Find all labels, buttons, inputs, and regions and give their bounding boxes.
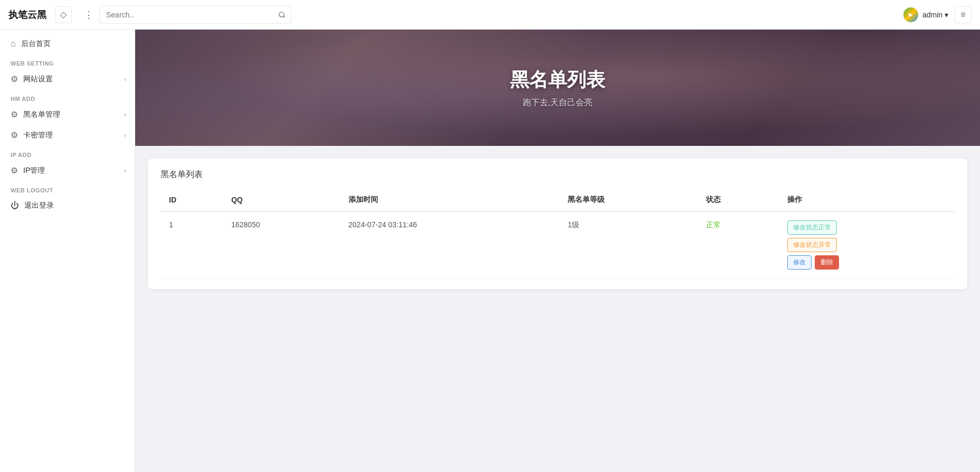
gear-icon-4: ⚙: [11, 165, 18, 175]
username-label: admin ▾: [922, 11, 948, 19]
banner-title: 黑名单列表: [510, 67, 605, 93]
search-button[interactable]: [272, 6, 291, 24]
sidebar-item-blacklist-manage[interactable]: ⚙ 黑名单管理 ‹: [0, 104, 135, 125]
btn-delete[interactable]: 删除: [815, 255, 839, 270]
table-card-title: 黑名单列表: [161, 169, 955, 180]
sidebar-item-home-label: 后台首页: [21, 39, 51, 49]
sidebar-item-cardkey-manage[interactable]: ⚙ 卡密管理 ‹: [0, 125, 135, 145]
chevron-right-icon-2: ‹: [124, 111, 126, 118]
topbar-right: ▶ admin ▾ ≡: [903, 6, 972, 23]
banner: 黑名单列表 跑下去,天自己会亮: [135, 30, 980, 146]
svg-point-0: [279, 12, 284, 16]
sidebar-item-cardkey-label: 卡密管理: [23, 131, 53, 140]
cell-level: 1级: [559, 211, 698, 279]
gear-icon-1: ⚙: [11, 74, 18, 84]
search-wrap: ⋮: [80, 6, 291, 24]
cell-qq: 1628050: [223, 211, 340, 279]
btn-set-abnormal[interactable]: 修改状态异常: [787, 238, 837, 252]
col-qq: QQ: [223, 189, 340, 211]
more-options-button[interactable]: ⋮: [80, 6, 97, 23]
power-icon: ⏻: [11, 201, 19, 210]
table-row: 1 1628050 2024-07-24 03:11:46 1级 正常 修改状态…: [161, 211, 955, 279]
col-level: 黑名单等级: [559, 189, 698, 211]
section-hm-add: HM ADD: [0, 89, 135, 104]
col-action: 操作: [779, 189, 955, 211]
section-web-setting: WEB SETTING: [0, 54, 135, 69]
gear-icon-2: ⚙: [11, 109, 18, 119]
search-input[interactable]: [99, 6, 272, 24]
col-status: 状态: [698, 189, 779, 211]
gear-icon-3: ⚙: [11, 130, 18, 140]
content-area: 黑名单列表 跑下去,天自己会亮 黑名单列表 ID QQ 添加时间 黑名单等级 状…: [135, 30, 980, 472]
sidebar-item-logout-label: 退出登录: [24, 201, 54, 210]
btn-set-normal[interactable]: 修改状态正常: [787, 220, 837, 235]
banner-subtitle: 跑下去,天自己会亮: [523, 97, 592, 108]
sidebar-item-website-settings-label: 网站设置: [23, 75, 53, 84]
avatar: ▶: [903, 7, 918, 22]
chevron-right-icon-1: ‹: [124, 76, 126, 83]
btn-edit[interactable]: 修改: [787, 255, 812, 270]
blacklist-table-card: 黑名单列表 ID QQ 添加时间 黑名单等级 状态 操作 1 162805: [148, 159, 967, 289]
sidebar-item-ip-manage[interactable]: ⚙ IP管理 ‹: [0, 160, 135, 181]
sidebar-item-blacklist-label: 黑名单管理: [23, 110, 60, 119]
app-logo: 执笔云黑: [8, 8, 46, 21]
chevron-right-icon-4: ‹: [124, 167, 126, 174]
home-icon: ⌂: [11, 39, 16, 49]
section-web-logout: WEB LOGOUT: [0, 181, 135, 196]
btn-row-edit-delete: 修改 删除: [787, 255, 946, 270]
sidebar-item-logout[interactable]: ⏻ 退出登录: [0, 196, 135, 216]
cell-add-time: 2024-07-24 03:11:46: [340, 211, 559, 279]
user-menu[interactable]: ▶ admin ▾: [903, 7, 948, 22]
col-add-time: 添加时间: [340, 189, 559, 211]
cell-id: 1: [161, 211, 223, 279]
status-badge: 正常: [706, 220, 721, 229]
hamburger-button[interactable]: ≡: [955, 6, 972, 23]
main-layout: ⌂ 后台首页 WEB SETTING ⚙ 网站设置 ‹ HM ADD ⚙ 黑名单…: [0, 30, 980, 472]
col-id: ID: [161, 189, 223, 211]
sidebar-item-ip-label: IP管理: [23, 166, 45, 175]
section-ip-add: IP ADD: [0, 145, 135, 160]
topbar: 执笔云黑 ◇ ⋮ ▶ admin ▾ ≡: [0, 0, 980, 30]
cell-actions: 修改状态正常 修改状态异常 修改 删除: [779, 211, 955, 279]
search-icon: [278, 11, 286, 18]
sidebar: ⌂ 后台首页 WEB SETTING ⚙ 网站设置 ‹ HM ADD ⚙ 黑名单…: [0, 30, 135, 472]
action-btns: 修改状态正常 修改状态异常 修改 删除: [787, 220, 946, 270]
water-drop-button[interactable]: ◇: [55, 6, 72, 23]
sidebar-item-website-settings[interactable]: ⚙ 网站设置 ‹: [0, 69, 135, 89]
cell-status: 正常: [698, 211, 779, 279]
svg-line-1: [283, 16, 285, 17]
chevron-right-icon-3: ‹: [124, 132, 126, 139]
sidebar-item-home[interactable]: ⌂ 后台首页: [0, 34, 135, 54]
blacklist-table: ID QQ 添加时间 黑名单等级 状态 操作 1 1628050 2024-07…: [161, 189, 955, 279]
